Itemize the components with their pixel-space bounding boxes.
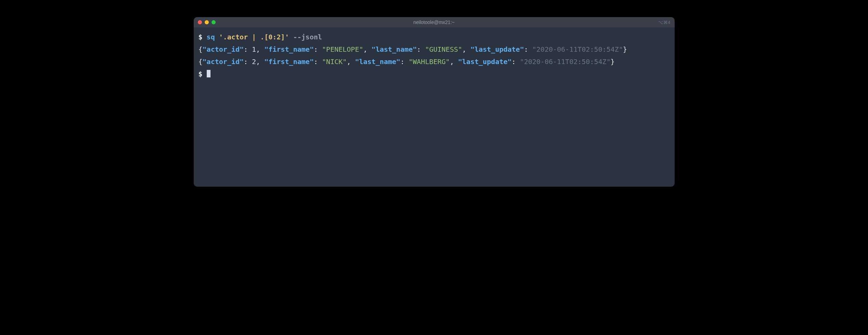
prompt-symbol: $	[199, 33, 203, 41]
json-key-last-name: last_name	[359, 58, 396, 66]
maximize-button[interactable]	[212, 20, 216, 24]
json-value-first-name: NICK	[326, 58, 343, 66]
json-key-first-name: first_name	[268, 58, 309, 66]
prompt-symbol: $	[199, 70, 203, 78]
command-flag: --jsonl	[293, 33, 322, 41]
traffic-lights	[198, 20, 216, 24]
output-line: {"actor_id": 1, "first_name": "PENELOPE"…	[199, 43, 670, 55]
window-shortcut-indicator: ⌥⌘4	[658, 20, 670, 25]
output-line: {"actor_id": 2, "first_name": "NICK", "l…	[199, 55, 670, 68]
close-button[interactable]	[198, 20, 202, 24]
json-value-last-update: 2020-06-11T02:50:54Z	[536, 45, 619, 53]
json-value-first-name: PENELOPE	[326, 45, 359, 53]
json-value-last-update: 2020-06-11T02:50:54Z	[524, 58, 607, 66]
cursor	[207, 70, 210, 77]
json-key-actor-id: actor_id	[207, 45, 240, 53]
json-value-actor-id: 2	[252, 58, 256, 66]
json-key-last-update: last_update	[474, 45, 520, 53]
minimize-button[interactable]	[205, 20, 209, 24]
json-key-last-update: last_update	[462, 58, 507, 66]
json-key-last-name: last_name	[375, 45, 412, 53]
title-bar: neilotoole@mx21:~ ⌥⌘4	[194, 17, 675, 27]
command-line: $ sq '.actor | .[0:2]' --jsonl	[199, 31, 670, 43]
json-key-first-name: first_name	[268, 45, 309, 53]
command-query: '.actor | .[0:2]'	[219, 33, 289, 41]
terminal-window: neilotoole@mx21:~ ⌥⌘4 $ sq '.actor | .[0…	[194, 17, 675, 187]
json-value-actor-id: 1	[252, 45, 256, 53]
json-value-last-name: WAHLBERG	[413, 58, 446, 66]
prompt-line: $	[199, 68, 670, 80]
window-title: neilotoole@mx21:~	[413, 20, 455, 25]
command-name: sq	[207, 33, 215, 41]
json-key-actor-id: actor_id	[207, 58, 240, 66]
terminal-body[interactable]: $ sq '.actor | .[0:2]' --jsonl{"actor_id…	[194, 27, 675, 187]
json-value-last-name: GUINESS	[429, 45, 458, 53]
